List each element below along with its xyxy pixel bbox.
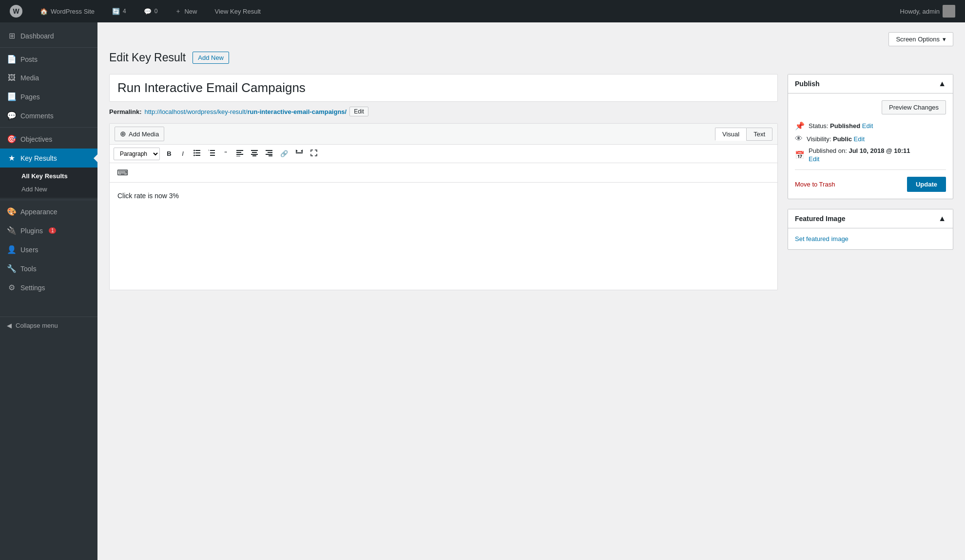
svg-rect-2 (195, 155, 200, 156)
page-title: Edit Key Result (109, 51, 186, 64)
publish-panel-header[interactable]: Publish ▲ (788, 75, 953, 93)
objectives-icon: 🎯 (7, 134, 17, 144)
submenu-all-key-results[interactable]: All Key Results (0, 169, 97, 183)
main-content: Screen Options ▾ Edit Key Result Add New… (97, 22, 965, 560)
screen-options-bar: Screen Options ▾ (109, 32, 953, 46)
pages-icon: 📃 (7, 92, 17, 101)
set-featured-image-link[interactable]: Set featured image (795, 235, 849, 243)
featured-image-panel-toggle: ▲ (938, 214, 946, 223)
sidebar-item-comments[interactable]: 💬 Comments (0, 106, 97, 125)
publish-date-row: 📅 Published on: Jul 10, 2018 @ 10:11 Edi… (795, 147, 946, 163)
sidebar-item-appearance[interactable]: 🎨 Appearance (0, 202, 97, 221)
svg-rect-0 (195, 150, 200, 151)
svg-rect-17 (252, 155, 256, 156)
preview-changes-button[interactable]: Preview Changes (882, 100, 946, 114)
ol-button[interactable]: 1. (205, 147, 218, 160)
svg-rect-21 (269, 155, 272, 156)
visibility-edit-link[interactable]: Edit (854, 135, 865, 143)
align-center-button[interactable] (248, 147, 261, 160)
publish-panel: Publish ▲ Preview Changes 📌 Status: (788, 74, 953, 199)
visibility-value: Public (833, 135, 852, 143)
sidebar-item-tools[interactable]: 🔧 Tools (0, 259, 97, 278)
tools-icon: 🔧 (7, 264, 17, 273)
italic-button[interactable]: I (176, 148, 189, 160)
comments-link[interactable]: 💬 0 (140, 6, 162, 17)
sidebar-item-pages[interactable]: 📃 Pages (0, 87, 97, 106)
calendar-icon: 📅 (795, 150, 805, 160)
sidebar-item-posts[interactable]: 📄 Posts (0, 50, 97, 69)
visibility-icon: 👁 (795, 134, 803, 143)
visibility-label: Visibility: Public Edit (807, 135, 865, 143)
hr-button[interactable] (292, 147, 306, 160)
sidebar-item-media[interactable]: 🖼 Media (0, 69, 97, 87)
editor-box: ⊕ Add Media Visual Text Paragraph (109, 123, 778, 290)
status-edit-link[interactable]: Edit (862, 122, 873, 130)
settings-icon: ⚙ (7, 283, 17, 292)
align-left-button[interactable] (233, 147, 247, 160)
published-date-edit-link[interactable]: Edit (809, 155, 910, 163)
svg-rect-10 (236, 150, 243, 151)
paragraph-select[interactable]: Paragraph (114, 148, 160, 160)
menu-separator-2 (0, 127, 97, 128)
users-icon: 👤 (7, 245, 17, 254)
sidebar-item-settings[interactable]: ⚙ Settings (0, 278, 97, 297)
sidebar-item-plugins[interactable]: 🔌 Plugins 1 (0, 221, 97, 240)
svg-point-5 (193, 155, 195, 156)
move-to-trash-link[interactable]: Move to Trash (795, 181, 835, 188)
svg-marker-23 (296, 149, 298, 152)
svg-rect-6 (210, 150, 215, 151)
permalink-row: Permalink: http://localhost/wordpress/ke… (109, 107, 778, 116)
align-right-button[interactable] (262, 147, 276, 160)
submenu-add-new[interactable]: Add New (0, 183, 97, 196)
fullscreen-button[interactable] (307, 147, 321, 160)
sidebar-item-dashboard[interactable]: ⊞ Dashboard (0, 26, 97, 45)
permalink-url[interactable]: http://localhost/wordpress/key-result/ru… (144, 108, 347, 115)
link-button[interactable]: 🔗 (277, 148, 291, 160)
ul-button[interactable] (190, 147, 204, 160)
edit-permalink-button[interactable]: Edit (349, 107, 368, 116)
sidebar-item-objectives[interactable]: 🎯 Objectives (0, 130, 97, 149)
keyboard-shortcuts-button[interactable]: ⌨ (114, 166, 132, 180)
svg-rect-1 (195, 152, 200, 153)
add-new-button[interactable]: Add New (193, 52, 229, 64)
new-content-link[interactable]: ＋ New (171, 5, 201, 18)
media-add-icon: ⊕ (120, 130, 126, 138)
svg-rect-15 (252, 152, 257, 153)
active-arrow (94, 154, 97, 162)
post-title-input[interactable] (109, 74, 778, 102)
status-label: Status: Published Edit (809, 122, 873, 130)
status-icon: 📌 (795, 121, 805, 131)
update-button[interactable]: Update (907, 177, 946, 192)
admin-bar: W 🏠 WordPress Site 🔄 4 💬 0 ＋ New View Ke… (0, 0, 965, 22)
publish-date-edit: Published on: Jul 10, 2018 @ 10:11 Edit (809, 147, 910, 163)
format-toolbar-1: Paragraph B I 1. " (110, 145, 777, 163)
view-key-result-link[interactable]: View Key Result (211, 6, 264, 17)
publish-panel-toggle: ▲ (938, 79, 946, 88)
collapse-icon: ◀ (7, 322, 12, 329)
text-tab[interactable]: Text (746, 128, 772, 141)
publish-status-row: 📌 Status: Published Edit (795, 121, 946, 131)
sidebar-item-key-results[interactable]: ★ Key Results (0, 149, 97, 168)
add-media-button[interactable]: ⊕ Add Media (115, 127, 164, 141)
site-name-link[interactable]: 🏠 WordPress Site (36, 6, 98, 17)
wp-logo-icon: W (10, 5, 22, 18)
wp-logo[interactable]: W (6, 3, 26, 19)
collapse-menu[interactable]: ◀ Collapse menu (0, 317, 97, 334)
howdy-user[interactable]: Howdy, admin (896, 3, 959, 19)
admin-sidebar: ⊞ Dashboard 📄 Posts 🖼 Media 📃 Pages 💬 Co… (0, 22, 97, 560)
publish-visibility-row: 👁 Visibility: Public Edit (795, 134, 946, 143)
screen-options-button[interactable]: Screen Options ▾ (888, 32, 953, 46)
key-results-submenu: All Key Results Add New (0, 168, 97, 198)
visual-tab[interactable]: Visual (715, 128, 746, 141)
blockquote-button[interactable]: " (219, 148, 232, 160)
svg-marker-24 (301, 149, 303, 152)
editor-content[interactable]: Click rate is now 3% (110, 183, 777, 290)
svg-rect-19 (268, 152, 272, 153)
menu-separator-1 (0, 47, 97, 48)
appearance-icon: 🎨 (7, 207, 17, 216)
content-area: Permalink: http://localhost/wordpress/ke… (109, 74, 953, 290)
featured-image-panel-header[interactable]: Featured Image ▲ (788, 209, 953, 228)
bold-button[interactable]: B (163, 148, 175, 160)
updates-link[interactable]: 🔄 4 (108, 6, 130, 17)
sidebar-item-users[interactable]: 👤 Users (0, 240, 97, 259)
